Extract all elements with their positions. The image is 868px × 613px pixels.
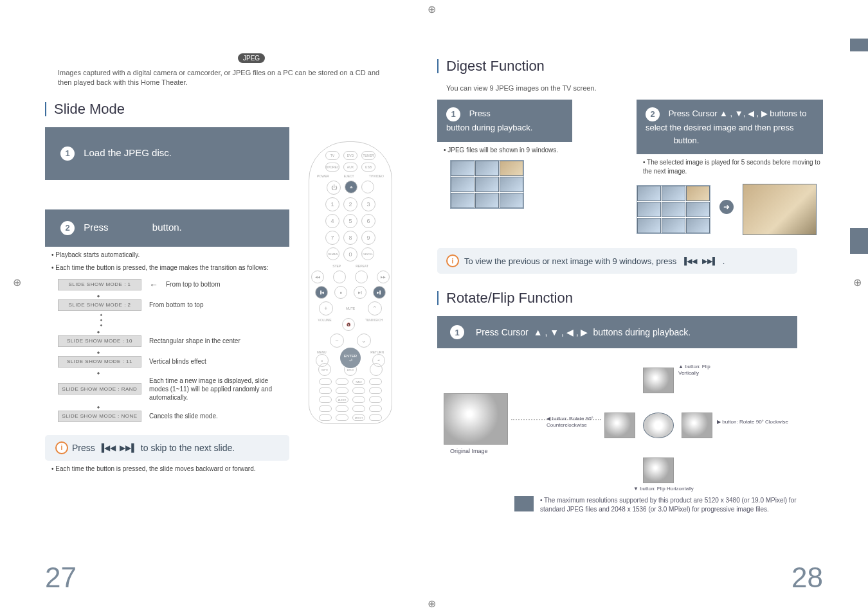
thumb bbox=[451, 177, 475, 192]
enter-button: ENTER ⏎ bbox=[340, 348, 361, 368]
digest-heading: Digest Function bbox=[437, 58, 823, 75]
digest-info-box: i To view the previous or next image wit… bbox=[437, 248, 797, 274]
flip-vert-label: ▲ button: Flip Vertically bbox=[678, 364, 714, 376]
remote-dvdrec-button: DVDREC bbox=[325, 163, 339, 172]
rotate-heading: Rotate/Flip Function bbox=[437, 290, 823, 306]
skip-box: i Press ▐◀◀ ▶▶▌ to skip to the next slid… bbox=[45, 435, 289, 461]
r-btn bbox=[319, 405, 332, 412]
rotate-cross: ▲ button: Flip Vertically ◀ button: Rota… bbox=[604, 368, 714, 483]
note-icon bbox=[514, 496, 534, 511]
jpeg-badge: JPEG bbox=[238, 53, 265, 63]
skip-b: to skip to the next slide. bbox=[141, 443, 235, 453]
slide-mode-heading: Slide Mode bbox=[45, 101, 431, 118]
step-number-1: 1 bbox=[60, 147, 75, 161]
thumb bbox=[475, 193, 499, 208]
r-btn bbox=[369, 387, 382, 394]
r-btn bbox=[336, 378, 348, 385]
digest-step2a: Press Cursor bbox=[669, 109, 718, 118]
r-btn bbox=[369, 396, 382, 403]
rotate-step-b: buttons during playback. bbox=[593, 327, 691, 337]
digest-step1: 1 Press button during playback. bbox=[437, 100, 572, 142]
num-7: 7 bbox=[325, 231, 339, 245]
page-right: Digest Function You can view 9 JPEG imag… bbox=[437, 51, 823, 514]
step-number-1: 1 bbox=[446, 107, 460, 121]
flip-horiz-label: ▼ button: Flip Horizontally bbox=[633, 486, 694, 492]
crop-mark-left: ⊕ bbox=[13, 276, 21, 289]
step-button bbox=[333, 271, 346, 283]
thumb bbox=[451, 161, 475, 176]
cursor-arrows-icon: ▲ , ▼, ◀ , ▶ bbox=[719, 109, 770, 118]
mode-desc: Vertical blinds effect bbox=[149, 357, 206, 366]
tuning-label: TUNING/CH bbox=[365, 318, 383, 331]
step-number-2: 2 bbox=[60, 221, 75, 235]
flip-horiz-thumb bbox=[643, 458, 674, 483]
remain-button: REMAIN bbox=[327, 247, 339, 260]
r-btn bbox=[352, 387, 365, 394]
right-arrow-icon: ➜ bbox=[719, 200, 734, 214]
num-5: 5 bbox=[343, 214, 357, 228]
thumb bbox=[637, 218, 661, 233]
skip-a: Press bbox=[72, 443, 95, 453]
r-btn bbox=[352, 405, 365, 412]
thumb bbox=[686, 186, 710, 201]
r-btn: MO/ST bbox=[352, 414, 365, 421]
misc-button bbox=[370, 363, 383, 376]
mode-desc: From bottom to top bbox=[149, 301, 203, 309]
next-icon: ▶▌ bbox=[373, 286, 386, 299]
eject-icon: ⏏ bbox=[345, 181, 357, 193]
rotate-ccw-thumb bbox=[604, 413, 635, 438]
crop-mark-bottom: ⊕ bbox=[428, 598, 436, 610]
volume-label: VOLUME bbox=[318, 318, 332, 331]
info-button: INFO bbox=[318, 363, 331, 376]
prev-icon: ▐◀ bbox=[315, 286, 328, 299]
center-pivot-icon bbox=[643, 413, 674, 438]
remote-control-illustration: TV DVD TUNER DVDREC AUX USB POWER EJECT … bbox=[309, 141, 392, 424]
digest-step2-note: The selected image is played for 5 secon… bbox=[643, 158, 823, 176]
thumb bbox=[637, 186, 661, 201]
mode-pill: SLIDE SHOW MODE : 10 bbox=[58, 335, 141, 347]
thumb bbox=[475, 177, 499, 192]
tvvideo-button bbox=[361, 181, 374, 193]
num-4: 4 bbox=[325, 214, 339, 228]
remote-tuner-button: TUNER bbox=[361, 151, 375, 160]
side-tab bbox=[850, 39, 868, 51]
num-6: 6 bbox=[361, 214, 375, 228]
step1-text: Load the JPEG disc. bbox=[84, 147, 172, 158]
digest-intro: You can view 9 JPEG images on the TV scr… bbox=[446, 84, 823, 92]
info-icon: i bbox=[55, 441, 68, 454]
rewind-icon: ◀◀ bbox=[311, 271, 324, 283]
thumbnail-grid bbox=[450, 160, 524, 209]
rotate-cw-thumb bbox=[682, 413, 712, 438]
eject-label: EJECT bbox=[344, 174, 354, 178]
ch-down-icon: ⌄ bbox=[357, 333, 371, 348]
original-image-thumb bbox=[444, 393, 508, 445]
dpad-right-icon: ▶ bbox=[366, 355, 370, 361]
original-label: Original Image bbox=[450, 448, 488, 454]
vol-up-icon: + bbox=[319, 301, 333, 315]
num-0: 0 bbox=[343, 247, 357, 262]
thumb bbox=[500, 193, 523, 208]
step-number-2: 2 bbox=[646, 107, 660, 121]
mode-pill: SLIDE SHOW MODE : RAND bbox=[58, 383, 141, 395]
r-btn bbox=[336, 387, 348, 394]
transition-note: Each time the button is pressed, the ima… bbox=[51, 263, 296, 272]
tvvideo-label: TV/VIDEO bbox=[369, 174, 384, 178]
skip-fwd-icon: ▶▶▌ bbox=[120, 443, 137, 452]
playback-auto-note: Playback starts automatically. bbox=[51, 251, 296, 260]
r-btn bbox=[336, 405, 348, 412]
mode-desc: Cancels the slide mode. bbox=[149, 412, 218, 420]
r-btn bbox=[369, 405, 382, 412]
mute-icon: 🔇 bbox=[342, 318, 355, 331]
resolution-note-box: The maximum resolutions supported by thi… bbox=[514, 496, 797, 514]
left-arrow-icon: ← bbox=[149, 280, 158, 290]
mode-desc: From top to bottom bbox=[166, 280, 220, 289]
digest-step1-note: JPEG files will be shown in 9 windows. bbox=[444, 146, 611, 155]
skip-fwd-icon: ▶▶▌ bbox=[702, 257, 718, 265]
rotate-step: 1 Press Cursor ▲ , ▼ , ◀ , ▶ buttons dur… bbox=[437, 316, 797, 348]
step-box-1: 1 Load the JPEG disc. bbox=[45, 127, 289, 180]
repeat-button bbox=[355, 271, 368, 283]
num-8: 8 bbox=[343, 231, 357, 245]
mode-pill: SLIDE SHOW MODE : 2 bbox=[58, 299, 141, 311]
cancel-button: CANCEL bbox=[361, 247, 374, 260]
crop-mark-top: ⊕ bbox=[428, 3, 436, 15]
